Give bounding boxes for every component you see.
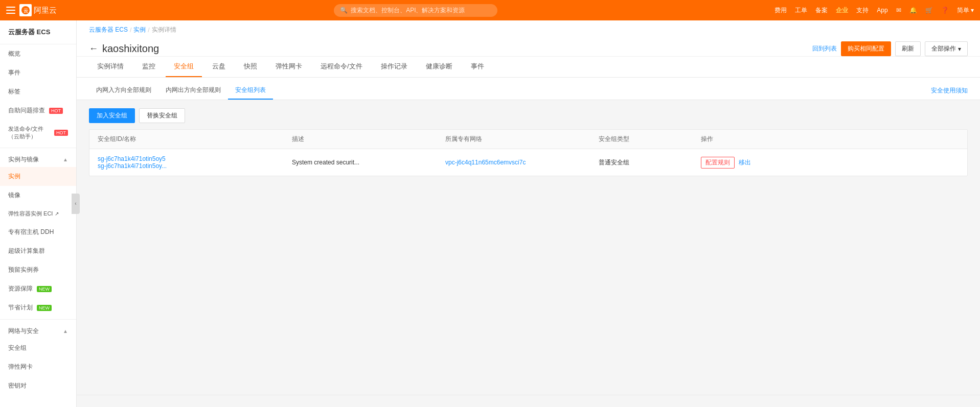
sidebar-item-eci[interactable]: 弹性容器实例 ECI ↗ [0,205,76,223]
section-label-network: 网络与安全 [8,327,39,336]
section-label-instances: 实例与镜像 [8,155,39,164]
sub-tab-list[interactable]: 安全组列表 [228,82,273,100]
search-icon: 🔍 [340,7,348,14]
breadcrumb: 云服务器 ECS / 实例 / 实例详情 [77,20,980,37]
breadcrumb-sep-1: / [130,27,131,34]
all-actions-button[interactable]: 全部操作 ▾ [925,41,968,56]
nav-bell-icon[interactable]: 🔔 [909,7,917,14]
nav-mail-icon[interactable]: ✉ [896,7,901,14]
page-header-actions: 回到列表 购买相同配置 刷新 全部操作 ▾ [812,41,968,56]
divider-1 [0,148,76,148]
sidebar: 云服务器 ECS 概览 事件 标签 自助问题排查 HOT 发送命令/文件（云助手… [0,20,77,407]
remove-button[interactable]: 移出 [739,158,751,167]
add-security-group-button[interactable]: 加入安全组 [89,108,135,123]
sub-tab-outbound[interactable]: 内网出方向全部规则 [158,82,228,100]
vpc-link[interactable]: vpc-j6c4q11n65mc6emvsci7c [445,159,526,166]
logo-icon: 云 [19,4,32,16]
sidebar-item-enic[interactable]: 弹性网卡 [0,357,76,376]
external-icon: ↗ [55,211,59,217]
sidebar-item-images[interactable]: 镜像 [0,186,76,205]
action-bar: 加入安全组 替换安全组 [89,108,968,123]
sidebar-item-ddh[interactable]: 专有宿主机 DDH [0,223,76,242]
cell-type: 普通安全组 [599,158,701,167]
tab-enic[interactable]: 弹性网卡 [267,57,310,77]
sidebar-title: 云服务器 ECS [0,20,76,44]
replace-security-group-button[interactable]: 替换安全组 [139,108,185,123]
sg-name-link[interactable]: sg-j6c7ha1k4i71otin5oy... [98,162,167,170]
nav-fee[interactable]: 费用 [774,6,787,15]
col-header-type: 安全组类型 [599,135,701,143]
search-placeholder: 搜索文档、控制台、API、解决方案和资源 [351,6,465,15]
divider-2 [0,319,76,320]
collapse-arrow-icon: ‹ [75,201,76,206]
search-bar[interactable]: 🔍 搜索文档、控制台、API、解决方案和资源 [334,4,497,17]
sg-id-link[interactable]: sg-j6c7ha1k4i71otin5oy5 [98,155,166,162]
page-title: kaoshixitong [102,43,159,55]
sidebar-item-keypairs[interactable]: 密钥对 [0,376,76,395]
table-row: sg-j6c7ha1k4i71otin5oy5 sg-j6c7ha1k4i71o… [89,149,967,176]
col-header-id: 安全组ID/名称 [98,135,292,143]
col-header-vpc: 所属专有网络 [445,135,599,143]
badge-hot: HOT [49,108,63,114]
nav-support[interactable]: 支持 [856,6,869,15]
sidebar-item-events[interactable]: 事件 [0,63,76,82]
main-layout: 云服务器 ECS 概览 事件 标签 自助问题排查 HOT 发送命令/文件（云助手… [0,20,980,407]
sidebar-item-resource-assurance[interactable]: 资源保障 NEW [0,279,76,298]
main-tabs: 实例详情 监控 安全组 云盘 快照 弹性网卡 远程命令/文件 操作记录 健康诊断… [77,57,980,78]
nav-ticket[interactable]: 工单 [795,6,807,15]
section-instances-images[interactable]: 实例与镜像 ▲ [0,150,76,167]
hamburger-menu[interactable] [6,7,15,14]
tab-security[interactable]: 安全组 [166,57,202,77]
breadcrumb-instances[interactable]: 实例 [133,26,146,34]
sidebar-item-security-groups[interactable]: 安全组 [0,339,76,357]
logo-area: 云 阿里云 [6,4,57,16]
cell-vpc: vpc-j6c4q11n65mc6emvsci7c [445,159,599,166]
tab-snapshot[interactable]: 快照 [236,57,265,77]
tab-disk[interactable]: 云盘 [204,57,234,77]
page-title-row: ← kaoshixitong [89,43,159,55]
col-header-actions: 操作 [701,135,959,143]
nav-icp[interactable]: 备案 [815,6,828,15]
refresh-button[interactable]: 刷新 [895,41,921,56]
security-notice-link[interactable]: 安全使用须知 [931,82,968,99]
sub-tab-inbound[interactable]: 内网入方向全部规则 [89,82,158,100]
config-rules-button[interactable]: 配置规则 [701,157,735,169]
nav-help-icon[interactable]: ❓ [941,7,949,14]
tab-detail[interactable]: 实例详情 [89,57,132,77]
cell-description: System created securit... [292,159,445,166]
section-network-security[interactable]: 网络与安全 ▲ [0,322,76,339]
tab-events[interactable]: 事件 [463,57,492,77]
nav-enterprise[interactable]: 企业 [836,6,848,15]
tab-monitor[interactable]: 监控 [134,57,164,77]
col-header-desc: 描述 [292,135,445,143]
back-to-list-link[interactable]: 回到列表 [812,44,837,53]
buy-same-config-button[interactable]: 购买相同配置 [841,41,891,56]
nav-user[interactable]: 简单 ▾ [957,6,974,15]
collapse-icon-network: ▲ [63,328,68,334]
top-navbar: 云 阿里云 🔍 搜索文档、控制台、API、解决方案和资源 费用 工单 备案 企业… [0,0,980,20]
collapse-icon-instances: ▲ [63,157,68,162]
sidebar-item-overview[interactable]: 概览 [0,44,76,63]
sidebar-item-instances[interactable]: 实例 [0,167,76,186]
breadcrumb-detail: 实例详情 [152,26,176,34]
badge-hot-2: HOT [54,130,68,136]
breadcrumb-ecs[interactable]: 云服务器 ECS [89,26,128,34]
search-area: 🔍 搜索文档、控制台、API、解决方案和资源 [57,4,774,17]
sidebar-item-sendcmd[interactable]: 发送命令/文件（云助手） HOT [0,120,76,146]
tab-health[interactable]: 健康诊断 [418,57,461,77]
svg-text:云: 云 [24,8,28,13]
aliyun-text: 阿里云 [34,6,57,15]
sidebar-collapse-handle[interactable]: ‹ [72,194,80,214]
cell-actions: 配置规则 移出 [701,157,959,169]
tab-operations[interactable]: 操作记录 [373,57,416,77]
sidebar-item-hpc[interactable]: 超级计算集群 [0,242,76,260]
sidebar-item-troubleshoot[interactable]: 自助问题排查 HOT [0,101,76,120]
table-header: 安全组ID/名称 描述 所属专有网络 安全组类型 操作 [89,130,967,149]
nav-app[interactable]: App [877,7,887,14]
sidebar-item-tags[interactable]: 标签 [0,82,76,101]
sidebar-item-saving-plan[interactable]: 节省计划 NEW [0,298,76,317]
nav-cart-icon[interactable]: 🛒 [925,7,933,14]
sidebar-item-reserved[interactable]: 预留实例券 [0,260,76,279]
tab-remote[interactable]: 远程命令/文件 [312,57,371,77]
back-arrow-button[interactable]: ← [89,43,98,54]
